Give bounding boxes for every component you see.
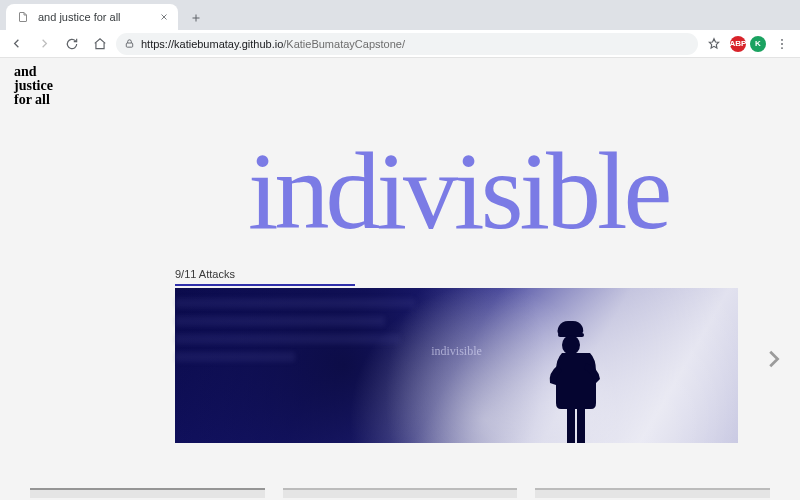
bookmark-star-icon[interactable] [702,32,726,56]
logo-line: and [14,65,53,79]
footer-card[interactable] [535,488,770,498]
footer-card[interactable] [30,488,265,498]
svg-rect-0 [126,43,132,47]
slide-caption: 9/11 Attacks [175,268,355,286]
headline-text: indivisible [248,136,668,246]
firefighter-silhouette [538,303,608,443]
blurred-body-text [175,298,425,370]
url-text: https://katiebumatay.github.io/KatieBuma… [141,38,690,50]
reload-button[interactable] [60,32,84,56]
address-bar[interactable]: https://katiebumatay.github.io/KatieBuma… [116,33,698,55]
new-tab-button[interactable] [184,6,208,30]
footer-card-strip [30,488,770,498]
carousel-next-button[interactable] [760,346,786,372]
back-button[interactable] [4,32,28,56]
home-button[interactable] [88,32,112,56]
tab-title: and justice for all [38,11,150,23]
site-logo[interactable]: and justice for all [14,65,53,107]
svg-point-1 [781,38,783,40]
tab-strip: and justice for all [0,0,800,30]
lock-icon [124,38,135,49]
svg-point-5 [562,335,580,355]
page-content: and justice for all indivisible 9/11 Att… [0,58,800,500]
logo-line: for all [14,93,53,107]
footer-card[interactable] [283,488,518,498]
svg-point-3 [781,47,783,49]
kebab-menu-icon[interactable] [770,32,794,56]
file-icon [16,10,30,24]
svg-point-2 [781,43,783,45]
abp-extension-icon[interactable]: ABP [730,36,746,52]
profile-avatar[interactable]: K [750,36,766,52]
logo-line: justice [14,79,53,93]
browser-toolbar: https://katiebumatay.github.io/KatieBuma… [0,30,800,58]
close-icon[interactable] [158,11,170,23]
forward-button[interactable] [32,32,56,56]
browser-tab[interactable]: and justice for all [6,4,178,30]
hero-subtext: indivisible [431,344,482,359]
